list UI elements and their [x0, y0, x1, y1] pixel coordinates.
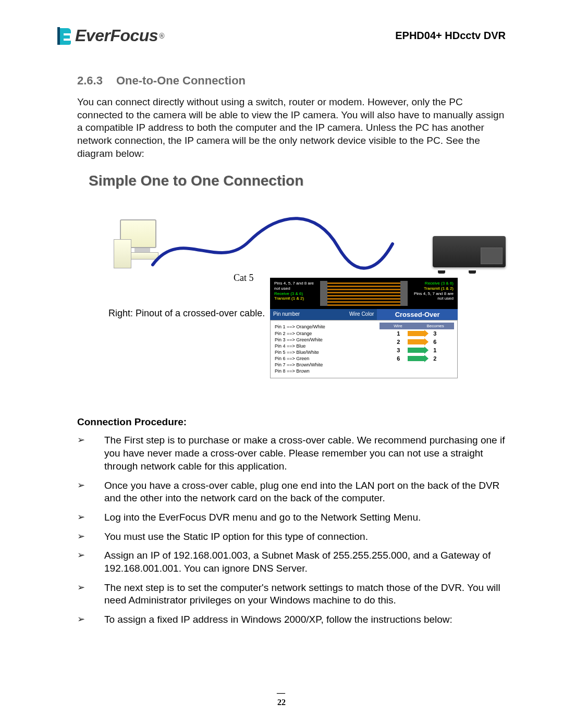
arrow-icon — [408, 348, 425, 353]
crossover-mapping: Wire Becomes 1 3 2 6 3 1 — [376, 320, 457, 377]
pin-row: Pin 6 ==> Green — [275, 355, 372, 362]
page-footer: — 22 — [0, 688, 563, 707]
pinout-table-body: Pin 1 ==> Orange/White Pin 2 ==> Orange … — [270, 320, 458, 378]
sub-wire: Wire — [380, 323, 417, 329]
arrow-icon — [408, 339, 425, 344]
dvr-feet — [438, 266, 500, 270]
diagram-caption: Right: Pinout of a crossed-over cable. — [108, 308, 265, 319]
pins-unused-note-right: Pins 4, 5, 7 and 8 are not used — [409, 291, 454, 301]
list-item: Once you have a cross-over cable, plug o… — [77, 479, 506, 505]
procedure-heading: Connection Procedure: — [77, 416, 506, 428]
pinout-wires: Pins 4, 5, 7 and 8 are not used Receive … — [270, 278, 458, 309]
pins-unused-note: Pins 4, 5, 7 and 8 are not used — [274, 281, 319, 291]
document-title: EPHD04+ HDcctv DVR — [395, 30, 506, 42]
footer-dash: — — [0, 688, 563, 698]
list-item: You must use the Static IP option for th… — [77, 530, 506, 544]
cable-line — [150, 215, 395, 278]
col-pin-number: Pin number — [273, 311, 300, 318]
pin-row: Pin 5 ==> Blue/White — [275, 349, 372, 355]
page-header: EverFocus ® EPHD04+ HDcctv DVR — [57, 26, 506, 45]
brand-logo: EverFocus ® — [57, 26, 164, 45]
page-number: 22 — [277, 698, 286, 707]
map-row: 1 3 — [380, 329, 454, 338]
pin-row: Pin 2 ==> Orange — [275, 330, 372, 337]
col-crossed-over: Crossed-Over — [377, 309, 458, 320]
receive-label-left: Receive (3 & 6) — [274, 291, 319, 297]
pin-row: Pin 7 ==> Brown/White — [275, 362, 372, 368]
diagram-title: Simple One to One Connection — [89, 172, 506, 189]
pin-row: Pin 8 ==> Brown — [275, 368, 372, 374]
section-number: 2.6.3 — [77, 74, 103, 87]
pin-row: Pin 4 ==> Blue — [275, 343, 372, 349]
pinout-table-header: Pin number Wire Color Crossed-Over — [270, 309, 458, 320]
wire-bundle-icon — [320, 281, 408, 306]
section-heading: 2.6.3One-to-One Connection — [77, 74, 506, 88]
map-row: 6 2 — [380, 354, 454, 363]
list-item: Assign an IP of 192.168.001.003, a Subne… — [77, 549, 506, 575]
registered-mark: ® — [159, 32, 164, 40]
pin-color-list: Pin 1 ==> Orange/White Pin 2 ==> Orange … — [271, 320, 376, 377]
brand-icon — [57, 27, 73, 45]
brand-name: EverFocus — [75, 26, 158, 45]
arrow-icon — [408, 356, 425, 361]
procedure-list: The First step is to purchase or make a … — [77, 434, 506, 626]
list-item: The next step is to set the computer's n… — [77, 582, 506, 607]
connection-diagram: Cat 5 Right: Pinout of a crossed-over ca… — [77, 205, 506, 392]
svg-rect-0 — [57, 27, 60, 45]
map-row: 3 1 — [380, 346, 454, 354]
pinout-diagram: Pins 4, 5, 7 and 8 are not used Receive … — [270, 278, 458, 378]
pin-row: Pin 3 ==> Green/White — [275, 337, 372, 343]
dvr-icon — [433, 236, 506, 267]
pin-row: Pin 1 ==> Orange/White — [275, 324, 372, 330]
transmit-label-left: Transmit (1 & 2) — [274, 296, 319, 301]
col-wire-color: Wire Color — [349, 311, 374, 318]
map-row: 2 6 — [380, 338, 454, 346]
list-item: Log into the EverFocus DVR menu and go t… — [77, 511, 506, 524]
sub-becomes: Becomes — [417, 323, 454, 329]
list-item: To assign a fixed IP address in Windows … — [77, 613, 506, 626]
section-body: You can connect directly without using a… — [77, 96, 506, 160]
section-title: One-to-One Connection — [116, 74, 246, 87]
list-item: The First step is to purchase or make a … — [77, 434, 506, 473]
arrow-icon — [408, 331, 425, 336]
cable-label: Cat 5 — [234, 273, 254, 283]
transmit-label-right: Transmit (1 & 2) — [409, 286, 454, 291]
receive-label-right: Receive (3 & 6) — [409, 281, 454, 286]
